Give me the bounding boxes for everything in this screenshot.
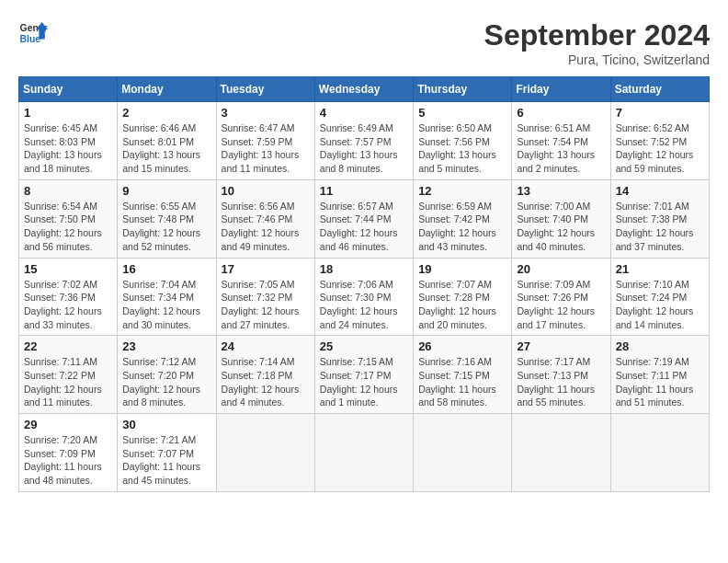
day-number: 6 (517, 106, 605, 120)
day-info: Sunrise: 6:52 AMSunset: 7:52 PMDaylight:… (616, 121, 704, 176)
calendar-cell: 23Sunrise: 7:12 AMSunset: 7:20 PMDayligh… (118, 336, 216, 414)
day-header-tuesday: Tuesday (216, 77, 314, 102)
day-number: 7 (616, 106, 704, 120)
calendar-cell: 13Sunrise: 7:00 AMSunset: 7:40 PMDayligh… (512, 179, 610, 258)
day-number: 4 (320, 106, 408, 120)
day-header-wednesday: Wednesday (314, 77, 413, 102)
day-number: 28 (616, 339, 704, 353)
day-info: Sunrise: 7:09 AMSunset: 7:26 PMDaylight:… (517, 278, 605, 332)
day-info: Sunrise: 6:59 AMSunset: 7:42 PMDaylight:… (418, 200, 506, 254)
day-info: Sunrise: 7:21 AMSunset: 7:07 PMDaylight:… (122, 433, 210, 488)
calendar-cell: 17Sunrise: 7:05 AMSunset: 7:32 PMDayligh… (216, 258, 314, 336)
day-number: 27 (517, 339, 605, 353)
day-info: Sunrise: 7:17 AMSunset: 7:13 PMDaylight:… (517, 355, 605, 409)
calendar-week-2: 8Sunrise: 6:54 AMSunset: 7:50 PMDaylight… (19, 179, 710, 258)
calendar-cell: 14Sunrise: 7:01 AMSunset: 7:38 PMDayligh… (610, 179, 709, 258)
day-info: Sunrise: 7:20 AMSunset: 7:09 PMDaylight:… (24, 433, 112, 488)
day-header-thursday: Thursday (414, 77, 512, 102)
calendar-cell (610, 414, 709, 492)
day-info: Sunrise: 6:54 AMSunset: 7:50 PMDaylight:… (24, 200, 112, 254)
day-number: 20 (517, 262, 605, 276)
day-number: 18 (320, 262, 408, 276)
logo: General Blue (18, 18, 48, 48)
calendar-cell (414, 414, 512, 492)
day-info: Sunrise: 7:05 AMSunset: 7:32 PMDaylight:… (222, 278, 310, 332)
calendar-cell: 5Sunrise: 6:50 AMSunset: 7:56 PMDaylight… (414, 102, 512, 180)
day-header-friday: Friday (512, 77, 610, 102)
day-number: 24 (222, 339, 310, 353)
calendar-body: 1Sunrise: 6:45 AMSunset: 8:03 PMDaylight… (19, 102, 710, 492)
day-number: 14 (616, 184, 704, 198)
day-number: 17 (222, 262, 310, 276)
day-header-sunday: Sunday (19, 77, 118, 102)
day-info: Sunrise: 6:56 AMSunset: 7:46 PMDaylight:… (222, 200, 310, 254)
day-number: 12 (418, 184, 506, 198)
day-info: Sunrise: 7:19 AMSunset: 7:11 PMDaylight:… (616, 355, 704, 409)
calendar-cell: 1Sunrise: 6:45 AMSunset: 8:03 PMDaylight… (19, 102, 118, 180)
day-number: 21 (616, 262, 704, 276)
calendar-cell: 10Sunrise: 6:56 AMSunset: 7:46 PMDayligh… (216, 179, 314, 258)
day-info: Sunrise: 6:55 AMSunset: 7:48 PMDaylight:… (122, 200, 210, 254)
day-info: Sunrise: 6:50 AMSunset: 7:56 PMDaylight:… (418, 121, 506, 176)
day-info: Sunrise: 7:10 AMSunset: 7:24 PMDaylight:… (616, 278, 704, 332)
calendar-cell: 26Sunrise: 7:16 AMSunset: 7:15 PMDayligh… (414, 336, 512, 414)
day-info: Sunrise: 7:01 AMSunset: 7:38 PMDaylight:… (616, 200, 704, 254)
day-number: 11 (320, 184, 408, 198)
logo-icon: General Blue (18, 18, 48, 48)
day-info: Sunrise: 7:12 AMSunset: 7:20 PMDaylight:… (122, 355, 210, 409)
calendar-cell: 16Sunrise: 7:04 AMSunset: 7:34 PMDayligh… (118, 258, 216, 336)
calendar-week-3: 15Sunrise: 7:02 AMSunset: 7:36 PMDayligh… (19, 258, 710, 336)
calendar-cell: 8Sunrise: 6:54 AMSunset: 7:50 PMDaylight… (19, 179, 118, 258)
day-number: 15 (24, 262, 112, 276)
day-number: 9 (122, 184, 210, 198)
day-number: 19 (418, 262, 506, 276)
day-number: 10 (222, 184, 310, 198)
calendar-cell: 4Sunrise: 6:49 AMSunset: 7:57 PMDaylight… (314, 102, 413, 180)
calendar-cell: 11Sunrise: 6:57 AMSunset: 7:44 PMDayligh… (314, 179, 413, 258)
day-info: Sunrise: 6:47 AMSunset: 7:59 PMDaylight:… (222, 121, 310, 176)
location: Pura, Ticino, Switzerland (484, 52, 710, 67)
calendar-cell: 30Sunrise: 7:21 AMSunset: 7:07 PMDayligh… (118, 414, 216, 492)
day-info: Sunrise: 7:02 AMSunset: 7:36 PMDaylight:… (24, 278, 112, 332)
calendar-cell: 7Sunrise: 6:52 AMSunset: 7:52 PMDaylight… (610, 102, 709, 180)
calendar-cell: 3Sunrise: 6:47 AMSunset: 7:59 PMDaylight… (216, 102, 314, 180)
day-info: Sunrise: 7:00 AMSunset: 7:40 PMDaylight:… (517, 200, 605, 254)
day-info: Sunrise: 6:57 AMSunset: 7:44 PMDaylight:… (320, 200, 408, 254)
day-number: 2 (122, 106, 210, 120)
calendar-cell: 29Sunrise: 7:20 AMSunset: 7:09 PMDayligh… (19, 414, 118, 492)
calendar-cell: 12Sunrise: 6:59 AMSunset: 7:42 PMDayligh… (414, 179, 512, 258)
calendar-week-5: 29Sunrise: 7:20 AMSunset: 7:09 PMDayligh… (19, 414, 710, 492)
day-header-saturday: Saturday (610, 77, 709, 102)
day-info: Sunrise: 6:51 AMSunset: 7:54 PMDaylight:… (517, 121, 605, 176)
day-number: 5 (418, 106, 506, 120)
day-info: Sunrise: 6:45 AMSunset: 8:03 PMDaylight:… (24, 121, 112, 176)
calendar-cell: 24Sunrise: 7:14 AMSunset: 7:18 PMDayligh… (216, 336, 314, 414)
month-title: September 2024 (484, 18, 710, 52)
calendar-cell: 28Sunrise: 7:19 AMSunset: 7:11 PMDayligh… (610, 336, 709, 414)
day-info: Sunrise: 7:14 AMSunset: 7:18 PMDaylight:… (222, 355, 310, 409)
day-number: 23 (122, 339, 210, 353)
day-info: Sunrise: 6:49 AMSunset: 7:57 PMDaylight:… (320, 121, 408, 176)
calendar-table: SundayMondayTuesdayWednesdayThursdayFrid… (18, 76, 710, 492)
day-number: 1 (24, 106, 112, 120)
day-number: 8 (24, 184, 112, 198)
calendar-cell: 2Sunrise: 6:46 AMSunset: 8:01 PMDaylight… (118, 102, 216, 180)
day-info: Sunrise: 6:46 AMSunset: 8:01 PMDaylight:… (122, 121, 210, 176)
calendar-cell: 20Sunrise: 7:09 AMSunset: 7:26 PMDayligh… (512, 258, 610, 336)
calendar-cell: 18Sunrise: 7:06 AMSunset: 7:30 PMDayligh… (314, 258, 413, 336)
day-number: 3 (222, 106, 310, 120)
calendar-cell: 19Sunrise: 7:07 AMSunset: 7:28 PMDayligh… (414, 258, 512, 336)
calendar-cell: 27Sunrise: 7:17 AMSunset: 7:13 PMDayligh… (512, 336, 610, 414)
day-info: Sunrise: 7:06 AMSunset: 7:30 PMDaylight:… (320, 278, 408, 332)
calendar-cell (314, 414, 413, 492)
day-number: 30 (122, 418, 210, 431)
svg-text:Blue: Blue (20, 34, 41, 44)
day-number: 16 (122, 262, 210, 276)
day-info: Sunrise: 7:16 AMSunset: 7:15 PMDaylight:… (418, 355, 506, 409)
day-info: Sunrise: 7:15 AMSunset: 7:17 PMDaylight:… (320, 355, 408, 409)
calendar-week-1: 1Sunrise: 6:45 AMSunset: 8:03 PMDaylight… (19, 102, 710, 180)
calendar-cell (512, 414, 610, 492)
title-area: September 2024 Pura, Ticino, Switzerland (484, 18, 710, 67)
calendar-cell: 21Sunrise: 7:10 AMSunset: 7:24 PMDayligh… (610, 258, 709, 336)
day-number: 26 (418, 339, 506, 353)
